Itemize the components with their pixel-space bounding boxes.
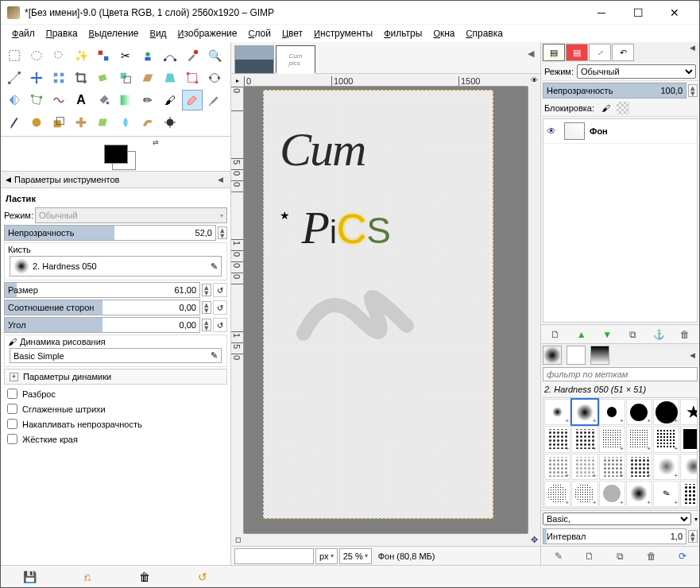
tool-rect-select[interactable] <box>4 45 25 66</box>
lock-pixels-icon[interactable]: 🖌 <box>599 102 612 114</box>
layer-item[interactable]: 👁 Фон <box>543 119 697 144</box>
delete-options-icon[interactable]: 🗑 <box>137 570 152 584</box>
brush-preset[interactable]: + <box>544 481 570 507</box>
layer-mode-select[interactable]: Обычный <box>577 64 696 79</box>
document-tab-1[interactable] <box>234 45 274 74</box>
ruler-vertical[interactable]: 05001000150 <box>231 87 244 533</box>
scrollbar-horizontal[interactable] <box>244 533 528 546</box>
tool-shear[interactable] <box>137 68 158 88</box>
brush-preset[interactable]: + <box>544 426 570 452</box>
tool-color-picker[interactable] <box>182 45 203 66</box>
brush-preset[interactable]: ★+ <box>680 399 698 425</box>
tool-align[interactable] <box>48 68 69 88</box>
tool-cage[interactable] <box>26 90 47 110</box>
interval-spinner[interactable]: ▴▾ <box>688 530 698 543</box>
foreground-color-swatch[interactable] <box>104 145 128 164</box>
smooth-checkbox[interactable]: Сглаженные штрихи <box>2 401 229 416</box>
maximize-button[interactable]: ☐ <box>620 1 656 25</box>
tool-warp[interactable] <box>48 90 69 110</box>
tool-heal[interactable] <box>71 112 91 133</box>
anchor-layer-icon[interactable]: ⚓ <box>652 327 666 342</box>
tool-airbrush[interactable] <box>204 90 225 110</box>
brush-preset[interactable]: + <box>599 454 625 480</box>
tool-color-select[interactable] <box>93 45 114 66</box>
new-brush-icon[interactable]: 🗋 <box>582 549 597 563</box>
menu-layer[interactable]: Слой <box>243 26 275 41</box>
dock-arrow-icon[interactable]: ◀ <box>6 176 11 184</box>
tool-ink[interactable] <box>4 112 25 133</box>
restore-options-icon[interactable]: ⎌ <box>80 570 95 584</box>
accumulate-checkbox[interactable]: Накапливать непрозрачность <box>2 416 229 431</box>
brush-preset[interactable]: + <box>626 481 652 507</box>
angle-spinner[interactable]: ▴▾ <box>202 319 211 331</box>
tool-free-select[interactable] <box>48 45 69 66</box>
navigation-icon[interactable]: ✥ <box>528 533 540 546</box>
brush-edit-icon[interactable]: ✎ <box>211 261 218 272</box>
new-layer-icon[interactable]: 🗋 <box>548 327 563 342</box>
tool-clone[interactable] <box>48 112 69 133</box>
document-tab-2[interactable]: Cumpics <box>276 45 315 74</box>
tool-perspective[interactable] <box>160 68 180 88</box>
canvas-scroll-area[interactable]: Cum ★ PiCS <box>244 87 528 533</box>
aspect-reset-button[interactable]: ↺ <box>213 300 227 315</box>
tool-bucket[interactable] <box>93 90 114 110</box>
layers-list[interactable]: 👁 Фон <box>543 118 698 323</box>
tool-perspective-clone[interactable] <box>93 112 114 133</box>
brush-preset[interactable]: + <box>571 426 598 452</box>
brush-preset[interactable]: + <box>599 426 625 452</box>
tabs-menu-icon[interactable]: ◀ <box>524 45 537 62</box>
brush-preset[interactable]: + <box>653 454 679 480</box>
tool-flip[interactable] <box>4 90 25 110</box>
brush-preset[interactable]: ✏+ <box>653 481 679 507</box>
tool-smudge[interactable] <box>137 112 158 133</box>
opacity-spinner[interactable]: ▴▾ <box>218 226 227 239</box>
menu-filters[interactable]: Фильтры <box>379 26 427 41</box>
size-spinner[interactable]: ▴▾ <box>202 284 211 296</box>
size-slider[interactable]: Размер 61,00 <box>4 282 200 298</box>
layer-opacity-slider[interactable]: Непрозрачность 100,0 <box>543 83 686 99</box>
duplicate-layer-icon[interactable]: ⧉ <box>626 327 640 342</box>
tool-unified-transform[interactable] <box>182 68 203 88</box>
brush-picker[interactable]: 2. Hardness 050 ✎ <box>10 256 222 277</box>
tool-rotate[interactable] <box>93 68 114 88</box>
delete-layer-icon[interactable]: 🗑 <box>678 327 692 342</box>
scrollbar-vertical[interactable] <box>528 87 540 533</box>
menu-image[interactable]: Изображение <box>173 26 242 41</box>
channels-tab[interactable]: ▤ <box>566 44 588 61</box>
menu-tools[interactable]: Инструменты <box>309 26 377 41</box>
brush-preset[interactable]: + <box>626 454 652 480</box>
paths-tab[interactable]: ⟋ <box>589 44 611 61</box>
brushes-tab[interactable] <box>543 346 562 365</box>
undo-history-tab[interactable]: ↶ <box>612 44 634 61</box>
brush-preset[interactable]: + <box>680 481 698 507</box>
brush-filter-input[interactable] <box>543 367 698 381</box>
dynamics-edit-icon[interactable]: ✎ <box>211 350 218 361</box>
layer-name[interactable]: Фон <box>590 126 608 136</box>
dynamics-params-expander[interactable]: +Параметры динамики <box>4 369 227 385</box>
layers-tab[interactable]: ▤ <box>543 44 565 61</box>
brush-tag-select[interactable]: Basic, <box>543 513 691 525</box>
duplicate-brush-icon[interactable]: ⧉ <box>613 549 628 563</box>
canvas-page[interactable]: Cum ★ PiCS <box>263 90 493 519</box>
brush-preset[interactable]: + <box>680 426 698 452</box>
tool-blur[interactable] <box>115 112 136 133</box>
menu-file[interactable]: Файл <box>7 26 40 41</box>
tool-dodge[interactable] <box>160 112 180 133</box>
tool-measure[interactable] <box>4 68 25 88</box>
angle-slider[interactable]: Угол 0,00 <box>4 317 200 333</box>
brush-preset[interactable]: + <box>571 481 598 507</box>
scatter-checkbox[interactable]: Разброс <box>2 386 229 401</box>
brush-preset[interactable]: + <box>599 481 625 507</box>
tool-scissors[interactable]: ✂ <box>115 45 136 66</box>
tool-gradient[interactable] <box>115 90 136 110</box>
brush-preset[interactable]: + <box>653 426 679 452</box>
brush-dock-menu-icon[interactable]: ◀ <box>686 351 698 359</box>
layer-visibility-icon[interactable]: 👁 <box>547 126 559 137</box>
brush-preset[interactable]: + <box>571 399 598 425</box>
tool-paths[interactable] <box>160 45 180 66</box>
menu-color[interactable]: Цвет <box>277 26 307 41</box>
menu-windows[interactable]: Окна <box>428 26 459 41</box>
gradients-tab[interactable] <box>590 346 609 365</box>
tool-ellipse-select[interactable] <box>26 45 47 66</box>
refresh-brushes-icon[interactable]: ⟳ <box>675 549 690 563</box>
